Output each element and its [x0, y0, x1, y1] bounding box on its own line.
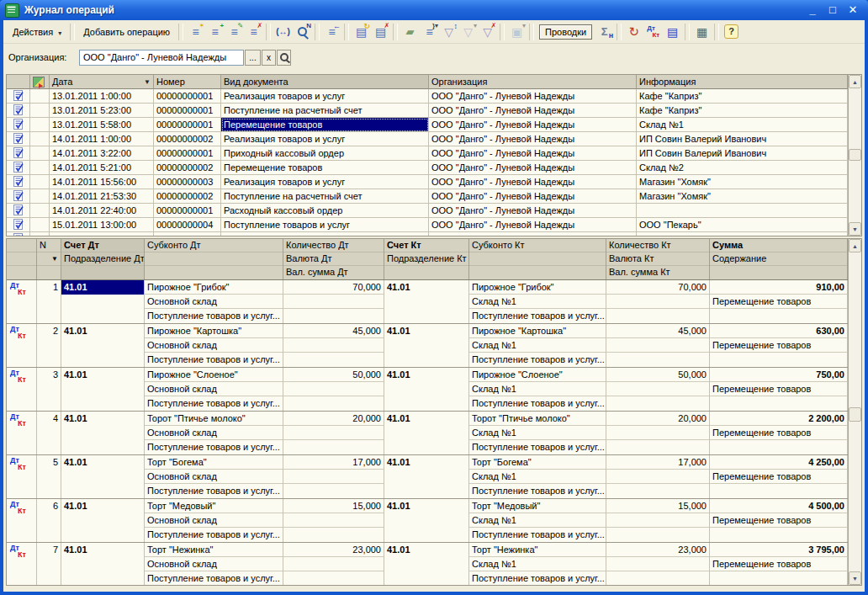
cell-org[interactable]: ООО "Данго" - Луневой Надежды: [429, 204, 637, 218]
cell-info[interactable]: ИП Совин Валерий Иванович: [637, 146, 848, 161]
scrollbar-thumb[interactable]: [849, 149, 861, 161]
scroll-down-button[interactable]: ▼: [849, 571, 861, 585]
column-header-number[interactable]: Номер: [154, 75, 221, 89]
journal-row[interactable]: 15.01.2011 13:00:00 00000000004 Поступле…: [7, 218, 848, 232]
cell-org[interactable]: ООО "Данго" - Луневой Надежды: [429, 104, 637, 118]
cell-org[interactable]: ООО "Данго" - Луневой Надежды: [429, 89, 637, 104]
document-list-icon[interactable]: ▤: [664, 23, 681, 40]
toolbar-separator[interactable]: [529, 24, 534, 40]
cell-org[interactable]: ООО "Данго" - Луневой Надежды: [429, 189, 637, 204]
cell-number[interactable]: [154, 232, 221, 236]
post-document-icon[interactable]: ▤↻: [352, 23, 370, 40]
journal-row[interactable]: 14.01.2011 21:53:30 00000000002 Поступле…: [7, 189, 848, 204]
status-icon[interactable]: ▰: [401, 23, 419, 40]
journal-row[interactable]: 13.01.2011 1:00:00 00000000001 Реализаци…: [7, 89, 848, 104]
unpost-document-icon[interactable]: ▤✗: [372, 23, 389, 40]
help-icon[interactable]: ?: [722, 23, 740, 40]
journal-row[interactable]: 13.01.2011 5:23:00 00000000001 Поступлен…: [7, 104, 848, 118]
toolbar-separator[interactable]: [617, 24, 622, 40]
cell-date[interactable]: 13.01.2011 5:58:00: [50, 118, 154, 132]
add-operation-button[interactable]: Добавить операцию: [77, 25, 176, 39]
cell-doctype[interactable]: Поступление на расчетный счет: [221, 104, 429, 118]
close-button[interactable]: ✕: [846, 3, 860, 17]
journal-row[interactable]: 14.01.2011 15:56:00 00000000003 Реализац…: [7, 175, 848, 189]
cell-number[interactable]: 00000000001: [154, 146, 221, 161]
toolbar-separator[interactable]: [500, 24, 505, 40]
column-header-n[interactable]: N▼: [37, 239, 61, 279]
find-by-number-icon[interactable]: N: [294, 23, 311, 40]
cell-doctype[interactable]: Перемещение товаров: [221, 161, 429, 175]
cell-date[interactable]: 14.01.2011 3:22:00: [50, 146, 154, 161]
toolbar-separator[interactable]: [315, 24, 320, 40]
entry-row[interactable]: ДтКт 4 41.01 Торот "Птичье молоко"Основн…: [7, 412, 848, 455]
column-header-doctype[interactable]: Вид документа: [221, 75, 429, 89]
cell-info[interactable]: ИП Совин Валерий Иванович: [637, 132, 848, 146]
journal-row[interactable]: 14.01.2011 5:21:00 00000000002 Перемещен…: [7, 161, 848, 175]
cell-date[interactable]: 13.01.2011 1:00:00: [50, 89, 154, 104]
cell-doctype[interactable]: Поступление товаров и услуг: [221, 218, 429, 232]
cell-number[interactable]: 00000000002: [154, 189, 221, 204]
entry-row[interactable]: ДтКт 3 41.01 Пирожное "Слоеное"Основной …: [7, 368, 848, 412]
entry-row[interactable]: ДтКт 1 41.01 Пирожное "Грибок"Основной с…: [7, 280, 848, 324]
cell-number[interactable]: 00000000004: [154, 218, 221, 232]
cell-org[interactable]: ООО "Данго" - Луневой Надежды: [429, 218, 637, 232]
provodki-toggle-button[interactable]: Проводки: [539, 24, 592, 40]
sort-icon[interactable]: ▽↕: [440, 23, 458, 40]
date-interval-icon[interactable]: (↔): [274, 23, 292, 40]
toolbar-separator[interactable]: [344, 24, 349, 40]
cell-org[interactable]: ООО "Данго" - Луневой Надежды: [429, 161, 637, 175]
column-header-sum[interactable]: СуммаСодержание: [710, 239, 848, 279]
cell-doctype[interactable]: Реализация товаров и услуг: [221, 89, 429, 104]
column-header-qty-dt[interactable]: Количество ДтВалюта ДтВал. сумма Дт: [283, 239, 384, 279]
column-header-subconto-dt[interactable]: Субконто Дт: [145, 239, 283, 279]
column-header-credit-account[interactable]: Счет КтПодразделение Кт: [384, 239, 469, 279]
add-icon[interactable]: ≡✶: [187, 23, 204, 40]
cell-number[interactable]: 00000000003: [154, 175, 221, 189]
toolbar-separator[interactable]: [714, 24, 719, 40]
journal-row[interactable]: [7, 232, 848, 236]
add-copy-icon[interactable]: ≡+: [206, 23, 224, 40]
cell-doctype[interactable]: Перемещение товаров: [221, 118, 429, 132]
organization-clear-button[interactable]: x: [262, 50, 276, 66]
filter-settings-icon[interactable]: ▽▾: [459, 23, 477, 40]
column-header-org[interactable]: Организация: [429, 75, 637, 89]
journal-row[interactable]: 14.01.2011 1:00:00 00000000002 Реализаци…: [7, 132, 848, 146]
cell-date[interactable]: [50, 232, 154, 236]
dtkt-icon[interactable]: ДтКт: [644, 23, 662, 40]
go-to-document-icon[interactable]: ≡←: [323, 23, 341, 40]
cell-number[interactable]: 00000000001: [154, 89, 221, 104]
scroll-up-button[interactable]: ▲: [849, 75, 861, 88]
output-list-icon[interactable]: ≡}▾: [421, 23, 438, 40]
cell-info[interactable]: Склад №1: [637, 118, 848, 132]
cell-date[interactable]: 15.01.2011 13:00:00: [50, 218, 154, 232]
column-header-debit-account[interactable]: Счет ДтПодразделение Дт: [61, 239, 145, 279]
delete-icon[interactable]: ≡✗: [245, 23, 262, 40]
cell-org[interactable]: [429, 232, 637, 236]
organization-choose-button[interactable]: ...: [245, 50, 261, 66]
header-row-icon-cell[interactable]: [7, 75, 30, 89]
entry-row[interactable]: ДтКт 5 41.01 Торт "Богема"Основной склад…: [7, 455, 848, 499]
totals-icon[interactable]: Σн: [595, 23, 613, 40]
cell-info[interactable]: Магазин "Хомяк": [637, 175, 848, 189]
cell-org[interactable]: ООО "Данго" - Луневой Надежды: [429, 175, 637, 189]
toolbar-separator[interactable]: [685, 24, 690, 40]
cell-number[interactable]: 00000000001: [154, 204, 221, 218]
journal-row[interactable]: 13.01.2011 5:58:00 00000000001 Перемещен…: [7, 118, 848, 132]
toolbar-separator[interactable]: [178, 24, 183, 40]
clear-filter-icon[interactable]: ▽✗: [479, 23, 496, 40]
cell-info[interactable]: Кафе "Каприз": [637, 104, 848, 118]
cell-date[interactable]: 14.01.2011 15:56:00: [50, 175, 154, 189]
toolbar-separator[interactable]: [393, 24, 398, 40]
cell-doctype[interactable]: Реализация товаров и услуг: [221, 132, 429, 146]
entry-row[interactable]: ДтКт 6 41.01 Торт "Медовый"Основной скла…: [7, 499, 848, 543]
cell-number[interactable]: 00000000001: [154, 118, 221, 132]
cell-org[interactable]: ООО "Данго" - Луневой Надежды: [429, 132, 637, 146]
refresh-icon[interactable]: ↻: [625, 23, 643, 40]
cell-info[interactable]: [637, 204, 848, 218]
cell-info[interactable]: ООО "Пекарь": [637, 218, 848, 232]
scrollbar-thumb[interactable]: [849, 407, 861, 422]
organization-open-button[interactable]: [277, 50, 291, 66]
cell-doctype[interactable]: Расходный кассовый ордер: [221, 204, 429, 218]
cell-info[interactable]: [637, 232, 848, 236]
cell-info[interactable]: Кафе "Каприз": [637, 89, 848, 104]
